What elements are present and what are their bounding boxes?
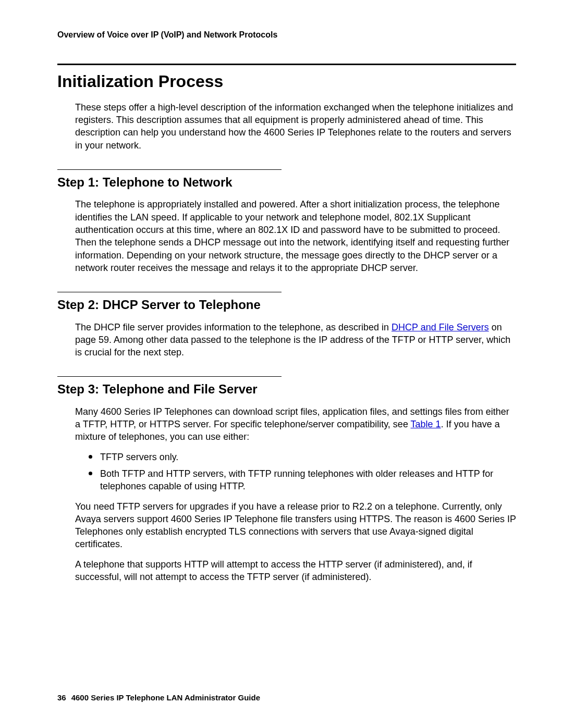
list-item: TFTP servers only. [89, 451, 516, 463]
step-rule [57, 376, 282, 377]
footer-doc-title: 4600 Series IP Telephone LAN Administrat… [71, 693, 260, 702]
step1-title: Step 1: Telephone to Network [57, 174, 516, 191]
dhcp-file-servers-link[interactable]: DHCP and File Servers [391, 322, 489, 332]
section-title: Initialization Process [57, 70, 516, 93]
section-intro: These steps offer a high-level descripti… [75, 101, 516, 152]
step-rule [57, 169, 282, 170]
step3-body2: You need TFTP servers for upgrades if yo… [75, 500, 516, 551]
step-rule [57, 292, 282, 292]
step2-body: The DHCP file server provides informatio… [75, 321, 516, 359]
running-header: Overview of Voice over IP (VoIP) and Net… [57, 29, 516, 41]
page-footer: 364600 Series IP Telephone LAN Administr… [57, 693, 516, 703]
step2-body-pre: The DHCP file server provides informatio… [75, 322, 391, 332]
list-item: Both TFTP and HTTP servers, with TFTP ru… [89, 467, 516, 493]
step3-body3: A telephone that supports HTTP will atte… [75, 558, 516, 584]
step3-title: Step 3: Telephone and File Server [57, 381, 516, 398]
step3-bullets: TFTP servers only. Both TFTP and HTTP se… [89, 451, 516, 493]
step3-body1: Many 4600 Series IP Telephones can downl… [75, 405, 516, 443]
step1-body: The telephone is appropriately installed… [75, 198, 516, 274]
section-rule [57, 64, 516, 65]
page-number: 36 [57, 693, 66, 702]
step2-title: Step 2: DHCP Server to Telephone [57, 297, 516, 313]
table1-link[interactable]: Table 1 [411, 419, 441, 429]
